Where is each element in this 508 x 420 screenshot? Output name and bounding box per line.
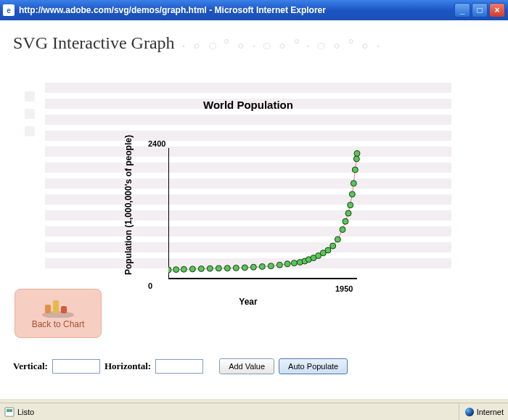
done-icon [4,407,15,417]
chart-point[interactable] [276,262,282,268]
chart-point[interactable] [340,227,345,233]
chart-point[interactable] [216,265,221,271]
x-axis-tick-max: 1950 [335,284,353,293]
chart-point[interactable] [284,261,290,267]
chart-point[interactable] [198,266,204,272]
auto-populate-button[interactable]: Auto Populate [279,358,348,374]
decorative-dots: ∙ ∘ ○ ° ∘ · ○ ∘ ° · ○ ∘ ° ∘ · [181,36,457,54]
ie-app-icon: e [3,4,15,16]
svg-rect-5 [61,306,67,313]
chart-point[interactable] [345,210,351,216]
close-button[interactable]: × [489,3,505,17]
zone-text: Internet [477,408,504,416]
chart-point[interactable] [351,181,356,186]
chart-point[interactable] [352,167,358,173]
globe-icon [465,408,474,416]
chart-point[interactable] [343,218,348,224]
horizontal-input[interactable] [155,359,203,374]
vertical-input[interactable] [52,359,100,374]
chart-point[interactable] [354,151,360,157]
chart-point[interactable] [259,264,265,270]
chart-point[interactable] [353,156,359,162]
chart-point[interactable] [348,202,353,208]
chart-point[interactable] [242,265,247,271]
input-form: Vertical: Horizontal: Add Value Auto Pop… [13,358,495,374]
chart-point[interactable] [349,192,355,197]
chart-point[interactable] [325,247,331,253]
page-content: SVG Interactive Graph ∙ ∘ ○ ° ∘ · ○ ∘ ° … [0,20,508,399]
window-titlebar: e http://www.adobe.com/svg/demos/graph.h… [0,0,508,20]
chart-point[interactable] [168,267,171,273]
chart-point[interactable] [181,266,187,272]
status-bar: Listo Internet [0,403,508,420]
status-text: Listo [17,408,34,416]
chart-point[interactable] [207,265,213,271]
chart-point[interactable] [233,265,239,271]
y-axis-tick-max: 2400 [148,139,165,148]
chart-point[interactable] [189,266,195,272]
security-zone: Internet [459,403,504,420]
chart-point[interactable] [291,260,297,266]
chart-point[interactable] [335,236,340,242]
y-axis-label: Population (1,000,000's of people) [123,135,134,275]
window-controls: _ □ × [454,3,505,17]
maximize-button[interactable]: □ [472,3,488,17]
vertical-label: Vertical: [13,361,48,372]
chart-plot[interactable] [168,148,372,286]
chart-point[interactable] [250,264,256,270]
y-axis-tick-min: 0 [148,281,152,290]
chart-point[interactable] [268,263,274,269]
legend-placeholder [25,91,35,136]
chart-point[interactable] [173,267,179,273]
window-title: http://www.adobe.com/svg/demos/graph.htm… [19,5,454,15]
chart-point[interactable] [330,243,336,249]
minimize-button[interactable]: _ [454,3,470,17]
back-to-chart-label: Back to Chart [32,319,85,329]
x-axis-label: Year [45,297,451,307]
svg-rect-7 [7,409,12,412]
add-value-button[interactable]: Add Value [219,358,274,374]
horizontal-label: Horizontal: [105,361,151,372]
chart-point[interactable] [224,265,230,271]
chart-title: World Population [45,99,451,111]
